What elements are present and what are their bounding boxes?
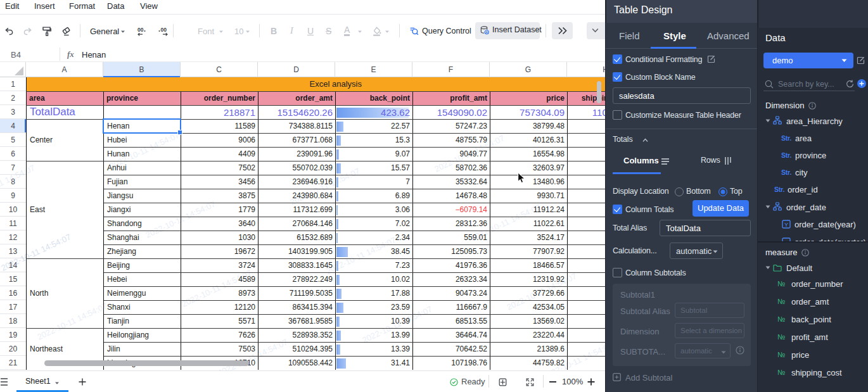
svg-text:00: 00	[137, 27, 144, 33]
svg-text:00: 00	[161, 27, 167, 33]
svg-text:Y: Y	[784, 222, 788, 228]
